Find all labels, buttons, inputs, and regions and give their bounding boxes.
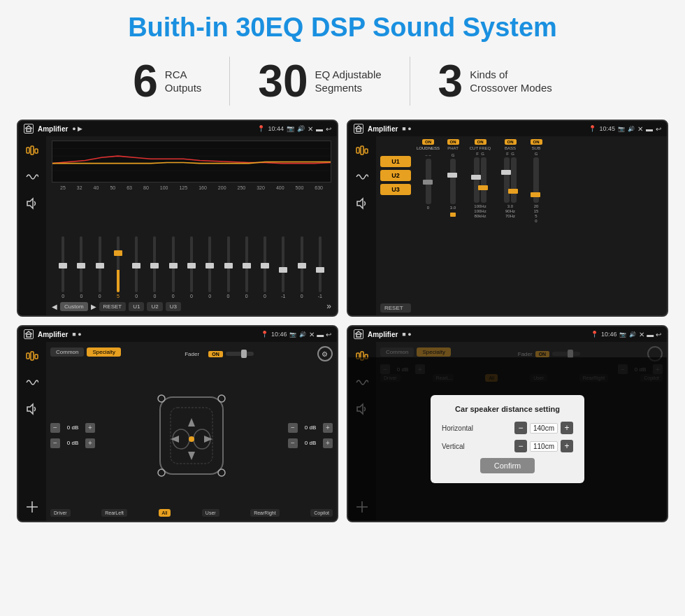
dialog-row-vertical: Vertical − 110cm +	[442, 440, 573, 452]
home-icon-3[interactable]	[24, 329, 34, 339]
eq-slider-9[interactable]: 0	[219, 236, 236, 299]
horizontal-plus-btn[interactable]: +	[561, 422, 573, 434]
svg-point-29	[218, 395, 225, 402]
btn-driver[interactable]: Driver	[50, 509, 71, 517]
tab-specialty[interactable]: Specialty	[87, 348, 120, 357]
vertical-stepper[interactable]: − 110cm +	[514, 440, 573, 452]
vol-minus-rl[interactable]: −	[50, 438, 60, 448]
vol-plus-rr[interactable]: +	[323, 438, 333, 448]
status-bar-1: Amplifier ● ▶ 📍 10:44 📷 🔊 ✕ ▬ ↩	[18, 121, 337, 136]
reset-btn-eq[interactable]: RESET	[99, 302, 127, 311]
vertical-value: 110cm	[530, 441, 558, 452]
screen-content-3: Common Specialty Fader ON ⚙	[18, 342, 337, 521]
prev-arrow[interactable]: ◀	[52, 303, 57, 310]
more-icon[interactable]: »	[326, 301, 331, 311]
app-title-4: Amplifier	[368, 331, 398, 338]
home-icon-1[interactable]	[24, 124, 34, 134]
btn-rearleft[interactable]: RearLeft	[101, 509, 127, 517]
vertical-plus-btn[interactable]: +	[561, 440, 573, 452]
eq-slider-5[interactable]: 0	[146, 236, 163, 299]
eq-slider-4[interactable]: 0	[128, 236, 145, 299]
camera-icon-2: 📷	[618, 126, 625, 132]
eq-slider-10[interactable]: 0	[238, 236, 255, 299]
arrows-icon-3[interactable]	[24, 499, 41, 515]
settings-btn[interactable]: ⚙	[317, 346, 333, 361]
fader-slider[interactable]	[226, 352, 254, 356]
vol-plus-fl[interactable]: +	[85, 423, 95, 433]
vol-plus-rl[interactable]: +	[85, 438, 95, 448]
svg-rect-11	[361, 146, 363, 155]
eq-icon-1[interactable]	[24, 142, 41, 159]
preset-u1[interactable]: U1	[380, 156, 411, 167]
volume-icon-2: 🔊	[628, 126, 635, 132]
app-title-2: Amplifier	[368, 125, 398, 133]
eq-slider-13[interactable]: 0	[293, 236, 310, 299]
camera-icon-1: 📷	[287, 125, 294, 132]
eq-slider-8[interactable]: 0	[201, 236, 218, 299]
home-icon-4[interactable]	[354, 329, 363, 339]
btn-rearright[interactable]: RearRight	[250, 509, 280, 517]
vol-minus-fl[interactable]: −	[50, 423, 60, 433]
screen-content-1: 253240506380 100125160200250320 40050063…	[18, 136, 337, 315]
btn-all[interactable]: All	[159, 509, 171, 517]
left-sidebar-1	[18, 136, 46, 315]
horizontal-stepper[interactable]: − 140cm +	[514, 422, 573, 434]
wave-icon-3[interactable]	[24, 374, 41, 391]
eq-main: 253240506380 100125160200250320 40050063…	[46, 136, 337, 315]
speaker-icon-1[interactable]	[24, 195, 41, 212]
eq-slider-7[interactable]: 0	[183, 236, 200, 299]
wave-icon-1[interactable]	[24, 169, 41, 185]
horizontal-label: Horizontal	[442, 424, 484, 432]
stat-text-rca: RCAOutputs	[165, 68, 202, 95]
svg-marker-26	[171, 436, 179, 443]
wave-icon-2[interactable]	[354, 169, 370, 185]
preset-btns: U1 U2 U3 RESET	[380, 139, 411, 313]
confirm-button[interactable]: Confirm	[480, 458, 535, 473]
pin-icon-2: 📍	[589, 125, 596, 132]
reset-btn-crossover[interactable]: RESET	[380, 303, 411, 313]
svg-rect-12	[365, 149, 368, 153]
speaker-icon-3[interactable]	[24, 401, 41, 417]
fader-tabs: Common Specialty	[50, 348, 121, 357]
vertical-minus-btn[interactable]: −	[514, 440, 527, 452]
dialog-title: Car speaker distance setting	[442, 405, 573, 413]
pin-icon-1: 📍	[257, 125, 265, 132]
status-bar-left-1: Amplifier ● ▶	[24, 124, 82, 134]
u1-btn[interactable]: U1	[129, 302, 144, 311]
btn-copilot[interactable]: Copilot	[310, 509, 333, 517]
vol-val-fl: 0 dB	[63, 424, 82, 431]
vol-minus-rr[interactable]: −	[288, 438, 298, 448]
eq-slider-6[interactable]: 0	[165, 236, 182, 299]
btn-user[interactable]: User	[202, 509, 219, 517]
eq-slider-11[interactable]: 0	[257, 236, 273, 299]
u2-btn[interactable]: U2	[147, 302, 162, 311]
next-arrow[interactable]: ▶	[91, 303, 96, 310]
eq-icon-2[interactable]	[354, 142, 370, 159]
status-time-3: 10:46	[271, 331, 287, 338]
eq-slider-0[interactable]: 0	[55, 236, 71, 299]
eq-icon-3[interactable]	[24, 348, 41, 364]
eq-bottom-bar: ◀ Custom ▶ RESET U1 U2 U3 »	[52, 301, 331, 311]
preset-u3[interactable]: U3	[380, 184, 411, 195]
stat-eq: 30 EQ AdjustableSegments	[230, 59, 409, 103]
preset-u2[interactable]: U2	[380, 170, 411, 181]
svg-marker-25	[188, 452, 195, 460]
vol-minus-fr[interactable]: −	[288, 423, 298, 433]
u3-btn[interactable]: U3	[166, 302, 181, 311]
svg-rect-0	[27, 129, 31, 131]
speaker-icon-2[interactable]	[354, 195, 370, 212]
home-icon-2[interactable]	[354, 124, 363, 134]
tab-common[interactable]: Common	[50, 348, 84, 357]
eq-slider-3[interactable]: 5	[110, 236, 127, 299]
eq-slider-2[interactable]: 0	[92, 236, 108, 299]
vol-plus-fr[interactable]: +	[323, 423, 333, 433]
status-time-4: 10:46	[601, 331, 617, 338]
eq-slider-14[interactable]: -1	[312, 236, 329, 299]
horizontal-minus-btn[interactable]: −	[514, 422, 527, 434]
dialog-overlay: Car speaker distance setting Horizontal …	[348, 357, 667, 521]
vol-row-fl: − 0 dB +	[50, 423, 95, 433]
eq-slider-12[interactable]: -1	[275, 236, 291, 299]
custom-btn[interactable]: Custom	[60, 302, 88, 311]
status-bar-3: Amplifier ■ ● 📍 10:46 📷 🔊 ✕ ▬ ↩	[18, 327, 337, 342]
eq-slider-1[interactable]: 0	[73, 236, 89, 299]
